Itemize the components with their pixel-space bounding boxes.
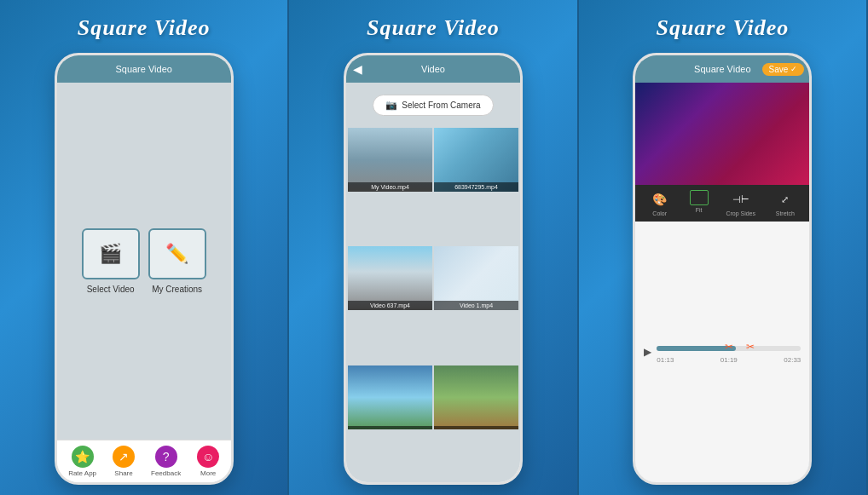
nav-feedback-label: Feedback xyxy=(151,469,181,477)
nav-share[interactable]: ↗ Share xyxy=(113,446,135,477)
video-thumb-3[interactable]: Video 637.mp4 xyxy=(348,246,432,310)
back-arrow-icon[interactable]: ◀ xyxy=(353,62,362,76)
phone-1: Square Video 🎬 Select Video ✏️ My Creati… xyxy=(55,53,234,485)
select-video-label: Select Video xyxy=(87,285,135,294)
nav-share-label: Share xyxy=(114,469,132,477)
time-end: 02:33 xyxy=(784,356,801,364)
timeline-bar: ✂ ✂ xyxy=(657,346,801,351)
video-thumb-4-label: Video 1.mp4 xyxy=(434,301,518,310)
panel-1: Square Video Square Video 🎬 Select Video… xyxy=(0,0,289,495)
panel3-title: Square Video xyxy=(656,15,789,41)
color-icon: 🎨 xyxy=(648,190,672,209)
save-button[interactable]: Save ✓ xyxy=(762,63,805,76)
phone-3: Square Video Save ✓ 🎨 Color Fit ⊣ xyxy=(633,53,812,485)
phone1-content: 🎬 Select Video ✏️ My Creations xyxy=(57,83,231,440)
video-thumb-5[interactable] xyxy=(348,365,432,429)
select-from-camera-button[interactable]: 📷 Select From Camera xyxy=(373,95,493,116)
more-icon: ☺ xyxy=(197,446,219,468)
video-thumb-2-label: 683947295.mp4 xyxy=(434,182,518,192)
panel-2: Square Video ◀ Video 📷 Select From Camer… xyxy=(289,0,578,495)
video-thumb-2[interactable]: 683947295.mp4 xyxy=(434,128,518,192)
color-tool[interactable]: 🎨 Color xyxy=(648,190,672,216)
video-thumb-4[interactable]: Video 1.mp4 xyxy=(434,246,518,310)
time-start: 01:13 xyxy=(657,356,674,364)
nav-more-label: More xyxy=(200,469,216,477)
timeline-controls: ▶ ✂ ✂ 01:13 01:19 02:33 xyxy=(644,341,801,364)
film-icon: 🎬 xyxy=(99,243,122,265)
color-label: Color xyxy=(652,210,667,216)
fit-icon xyxy=(690,190,709,205)
phone3-content: 🎨 Color Fit ⊣⊢ Crop Sides ⤢ Stretch xyxy=(635,83,809,482)
timeline: ▶ ✂ ✂ 01:13 01:19 02:33 xyxy=(635,222,809,482)
video-grid: My Video.mp4 683947295.mp4 Video 637.mp4… xyxy=(346,128,520,482)
time-mid: 01:19 xyxy=(720,356,738,364)
panel-3: Square Video Square Video Save ✓ 🎨 Color… xyxy=(579,0,868,495)
my-creations-label: My Creations xyxy=(152,285,202,294)
crop-sides-tool[interactable]: ⊣⊢ Crop Sides xyxy=(726,190,755,216)
phone2-content: 📷 Select From Camera My Video.mp4 683947… xyxy=(346,83,520,482)
preview-image xyxy=(635,83,809,185)
scissors-right-icon[interactable]: ✂ xyxy=(746,341,755,353)
video-preview xyxy=(635,83,809,185)
select-video-item[interactable]: 🎬 Select Video xyxy=(82,228,140,294)
camera-icon: 📷 xyxy=(385,100,397,111)
video-thumb-3-label: Video 637.mp4 xyxy=(348,301,432,310)
nav-rate-app[interactable]: ⭐ Rate App xyxy=(68,446,96,477)
checkmark-icon: ✓ xyxy=(790,65,797,73)
panel2-title: Square Video xyxy=(367,15,500,41)
panel1-title: Square Video xyxy=(78,15,211,41)
select-video-box[interactable]: 🎬 xyxy=(82,228,140,279)
phone2-topbar: ◀ Video xyxy=(346,55,520,83)
timeline-times: 01:13 01:19 02:33 xyxy=(657,356,801,364)
bottom-nav: ⭐ Rate App ↗ Share ? Feedback ☺ More xyxy=(57,440,231,482)
video-thumb-5-label xyxy=(348,426,432,429)
nav-feedback[interactable]: ? Feedback xyxy=(151,446,181,477)
stretch-label: Stretch xyxy=(776,210,795,216)
video-thumb-1-label: My Video.mp4 xyxy=(348,182,432,192)
my-creations-item[interactable]: ✏️ My Creations xyxy=(148,228,206,294)
my-creations-box[interactable]: ✏️ xyxy=(148,228,206,279)
fit-tool[interactable]: Fit xyxy=(690,190,709,216)
phone-2: ◀ Video 📷 Select From Camera My Video.mp… xyxy=(344,53,523,485)
edit-tools: 🎨 Color Fit ⊣⊢ Crop Sides ⤢ Stretch xyxy=(635,185,809,222)
camera-btn-label: Select From Camera xyxy=(402,101,480,110)
edit-icon: ✏️ xyxy=(165,243,188,265)
phone1-topbar-title: Square Video xyxy=(115,64,171,74)
rate-app-icon: ⭐ xyxy=(72,446,94,468)
video-thumb-1[interactable]: My Video.mp4 xyxy=(348,128,432,192)
feedback-icon: ? xyxy=(155,446,177,468)
video-thumb-6[interactable] xyxy=(434,365,518,429)
video-thumb-6-label xyxy=(434,426,518,429)
nav-more[interactable]: ☺ More xyxy=(197,446,219,477)
nav-rate-label: Rate App xyxy=(68,469,96,477)
crop-sides-icon: ⊣⊢ xyxy=(729,190,753,209)
phone3-topbar-title: Square Video xyxy=(694,64,750,74)
scissors-left-icon[interactable]: ✂ xyxy=(725,341,733,353)
play-button[interactable]: ▶ xyxy=(644,346,651,358)
share-icon: ↗ xyxy=(113,446,135,468)
phone1-topbar: Square Video xyxy=(57,55,231,83)
select-grid: 🎬 Select Video ✏️ My Creations xyxy=(57,83,231,440)
stretch-icon: ⤢ xyxy=(773,190,797,209)
phone2-topbar-title: Video xyxy=(421,64,445,74)
stretch-tool[interactable]: ⤢ Stretch xyxy=(773,190,797,216)
crop-sides-label: Crop Sides xyxy=(726,210,755,216)
save-label: Save xyxy=(769,65,789,74)
fit-label: Fit xyxy=(696,207,703,213)
phone3-topbar: Square Video Save ✓ xyxy=(635,55,809,83)
